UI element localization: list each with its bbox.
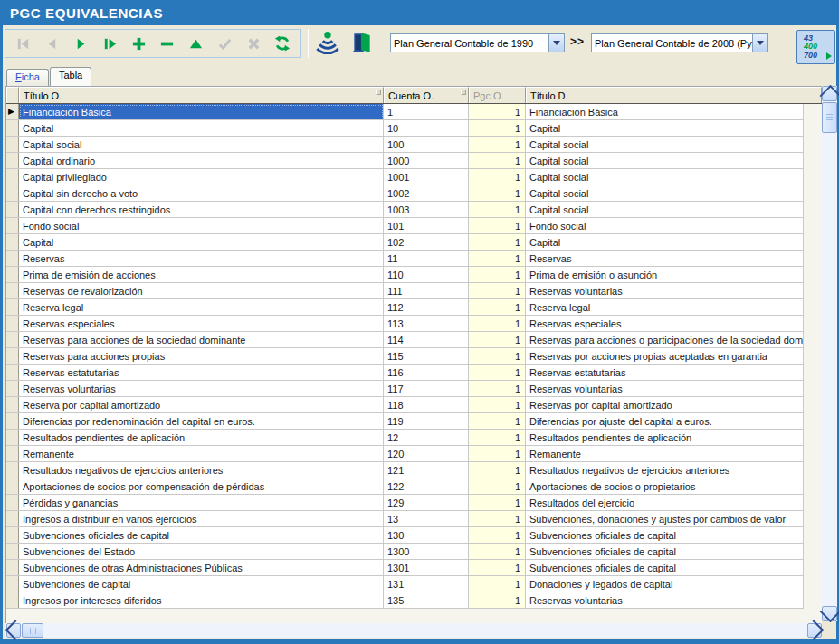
pgc-o-cell[interactable]: 1 [469, 251, 526, 266]
row-indicator[interactable] [6, 283, 19, 298]
cuenta-o-cell[interactable]: 1301 [384, 560, 469, 575]
titulo-d-cell[interactable]: Resultados pendientes de aplicación [526, 430, 804, 445]
titulo-d-cell[interactable]: Reservas voluntarias [526, 381, 804, 396]
table-row[interactable]: Capital101Capital [6, 120, 804, 137]
cuenta-o-cell[interactable]: 118 [384, 397, 469, 412]
titulo-d-cell[interactable]: Subvenciones, donaciones y ajustes por c… [526, 511, 804, 526]
cancel-edit-button[interactable] [241, 32, 267, 55]
row-indicator[interactable] [6, 332, 19, 347]
pgc-o-cell[interactable]: 1 [469, 120, 526, 136]
pgc-o-cell[interactable]: 1 [469, 202, 526, 217]
titulo-o-cell[interactable]: Reservas de revalorización [19, 283, 384, 298]
titulo-d-cell[interactable]: Reservas por capital amortizado [526, 397, 804, 412]
titulo-d-cell[interactable]: Reservas estatutarias [526, 365, 804, 380]
titulo-o-cell[interactable]: Reservas voluntarias [19, 381, 384, 396]
vertical-scrollbar[interactable] [822, 86, 837, 621]
cuenta-o-cell[interactable]: 117 [384, 381, 469, 396]
column-header-titulo-d[interactable]: Título D. [526, 87, 822, 103]
table-row[interactable]: Reservas especiales1131Reservas especial… [6, 316, 804, 332]
tab-ficha[interactable]: Ficha [6, 69, 49, 86]
titulo-d-cell[interactable]: Capital [526, 234, 804, 250]
table-row[interactable]: Subvenciones de otras Administraciones P… [6, 560, 804, 576]
titulo-d-cell[interactable]: Reservas para acciones o participaciones… [526, 332, 804, 347]
titulo-o-cell[interactable]: Prima de emisión de acciones [19, 267, 384, 282]
row-indicator[interactable] [6, 446, 19, 461]
last-record-button[interactable] [97, 32, 123, 55]
titulo-d-cell[interactable]: Reservas especiales [526, 316, 804, 331]
cuenta-o-cell[interactable]: 10 [384, 120, 469, 136]
pgc-o-cell[interactable]: 1 [469, 446, 526, 461]
table-row[interactable]: Capital sin derecho a voto10021Capital s… [6, 185, 804, 202]
titulo-o-cell[interactable]: Financiación Básica [19, 104, 384, 119]
titulo-o-cell[interactable]: Ingresos por intereses diferidos [19, 592, 384, 608]
cuenta-o-cell[interactable]: 135 [384, 592, 469, 608]
pgc-o-cell[interactable]: 1 [469, 348, 526, 364]
table-row[interactable]: Capital ordinario10001Capital social [6, 153, 804, 169]
pgc-o-cell[interactable]: 1 [469, 283, 526, 298]
titulo-d-cell[interactable]: Reservas [526, 251, 804, 266]
pgc-o-cell[interactable]: 1 [469, 478, 526, 494]
cuenta-o-cell[interactable]: 1300 [384, 544, 469, 559]
titulo-o-cell[interactable]: Pérdidas y ganancias [19, 495, 384, 510]
cuenta-o-cell[interactable]: 129 [384, 495, 469, 510]
cuenta-o-cell[interactable]: 130 [384, 527, 469, 543]
titulo-o-cell[interactable]: Capital [19, 120, 384, 136]
pgc-o-cell[interactable]: 1 [469, 527, 526, 543]
next-record-button[interactable] [68, 32, 94, 55]
table-row[interactable]: Subvenciones de capital1311Donaciones y … [6, 576, 804, 592]
tab-tabla[interactable]: Tabla [50, 67, 91, 86]
cuenta-o-cell[interactable]: 121 [384, 462, 469, 478]
table-row[interactable]: Capital1021Capital [6, 234, 804, 251]
horizontal-scrollbar-thumb[interactable] [22, 623, 43, 638]
titulo-d-cell[interactable]: Reservas voluntarias [526, 283, 804, 298]
titulo-o-cell[interactable]: Subvenciones de capital [19, 576, 384, 592]
pgc-o-cell[interactable]: 1 [469, 381, 526, 396]
table-row[interactable]: Reservas para acciones de la sociedad do… [6, 332, 804, 348]
pgc-o-cell[interactable]: 1 [469, 544, 526, 559]
scrollbar-down-button[interactable] [822, 606, 837, 621]
row-indicator[interactable] [6, 592, 19, 608]
table-row[interactable]: Ingresos por intereses diferidos1351Rese… [6, 592, 804, 609]
titulo-o-cell[interactable]: Aportaciones de socios por compensación … [19, 478, 384, 494]
cuenta-o-cell[interactable]: 1000 [384, 153, 469, 168]
prior-record-button[interactable] [39, 32, 65, 55]
pgc-o-cell[interactable]: 1 [469, 332, 526, 347]
cuenta-o-cell[interactable]: 111 [384, 283, 469, 298]
post-edit-button[interactable] [212, 32, 238, 55]
titulo-o-cell[interactable]: Resultados pendientes de aplicación [19, 430, 384, 445]
pgc-o-cell[interactable]: 1 [469, 413, 526, 429]
cuenta-o-cell[interactable]: 1003 [384, 202, 469, 217]
titulo-o-cell[interactable]: Reservas para acciones de la sociedad do… [19, 332, 384, 347]
cuenta-o-cell[interactable]: 122 [384, 478, 469, 494]
table-row[interactable]: Subvenciones oficiales de capital1301Sub… [6, 527, 804, 544]
row-indicator[interactable] [6, 169, 19, 185]
titulo-d-cell[interactable]: Resultados del ejercicio [526, 495, 804, 510]
chevron-down-icon[interactable] [752, 34, 767, 52]
table-row[interactable]: Ingresos a distribuir en varios ejercici… [6, 511, 804, 527]
row-indicator[interactable] [6, 316, 19, 331]
titulo-o-cell[interactable]: Reserva legal [19, 299, 384, 315]
titulo-o-cell[interactable]: Reservas especiales [19, 316, 384, 331]
table-row[interactable]: Reservas voluntarias1171Reservas volunta… [6, 381, 804, 397]
table-row[interactable]: Remanente1201Remanente [6, 446, 804, 462]
table-row[interactable]: Resultados pendientes de aplicación121Re… [6, 430, 804, 446]
cuenta-o-cell[interactable]: 112 [384, 299, 469, 315]
cuenta-o-cell[interactable]: 101 [384, 218, 469, 233]
table-row[interactable]: Aportaciones de socios por compensación … [6, 478, 804, 495]
titulo-o-cell[interactable]: Reservas estatutarias [19, 365, 384, 380]
row-indicator[interactable] [6, 413, 19, 429]
table-row[interactable]: Reserva legal1121Reserva legal [6, 299, 804, 316]
titulo-d-cell[interactable]: Subvenciones oficiales de capital [526, 527, 804, 543]
table-row[interactable]: Prima de emisión de acciones1101Prima de… [6, 267, 804, 283]
cuenta-o-cell[interactable]: 116 [384, 365, 469, 380]
row-indicator[interactable] [6, 381, 19, 396]
column-header-titulo-o[interactable]: Título O. [19, 87, 384, 103]
cuenta-o-cell[interactable]: 100 [384, 137, 469, 152]
pgc-o-cell[interactable]: 1 [469, 397, 526, 412]
pgc-o-cell[interactable]: 1 [469, 365, 526, 380]
cuenta-o-cell[interactable]: 1002 [384, 185, 469, 201]
table-row[interactable]: Resultados negativos de ejercicios anter… [6, 462, 804, 478]
pgc-o-cell[interactable]: 1 [469, 592, 526, 608]
titulo-d-cell[interactable]: Capital social [526, 137, 804, 152]
titulo-o-cell[interactable]: Subvenciones oficiales de capital [19, 527, 384, 543]
